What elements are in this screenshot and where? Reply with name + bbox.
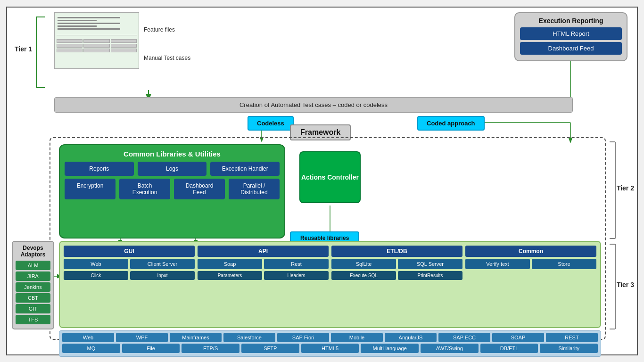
web-button[interactable]: Web xyxy=(64,259,128,269)
sqlite-button[interactable]: SqlLite xyxy=(331,259,396,269)
mainframes-button[interactable]: Mainframes xyxy=(170,333,222,342)
table-cell xyxy=(111,39,137,43)
common-column: Common Verify text Store xyxy=(465,246,596,323)
client-server-button[interactable]: Client Server xyxy=(130,259,195,269)
api-sub-row-1: Soap Rest xyxy=(198,259,329,269)
tier1-area: Feature files Manual Test cases xyxy=(35,12,215,88)
common-header: Common xyxy=(465,246,596,257)
actions-controller-label: Actions Controller xyxy=(301,173,359,181)
mq-button[interactable]: MQ xyxy=(62,344,120,353)
cbt-button[interactable]: CBT xyxy=(16,293,50,303)
execute-sql-button[interactable]: Execute SQL xyxy=(331,271,396,280)
click-button[interactable]: Click xyxy=(64,271,128,280)
bottom-tech-row-2: MQ File FTP/S SFTP HTML5 Multi-language … xyxy=(62,344,598,353)
alm-button[interactable]: ALM xyxy=(16,261,50,270)
bottom-tech-row-1: Web WPF Mainframes Salesforce SAP Fiori … xyxy=(62,333,598,342)
exception-handler-button[interactable]: Exception Handler xyxy=(210,162,280,176)
logs-button[interactable]: Logs xyxy=(138,162,207,176)
libs-row-1: Reports Logs Exception Handler xyxy=(65,162,280,176)
doc-line-3 xyxy=(58,23,120,24)
input-button[interactable]: Input xyxy=(130,271,195,280)
common-libs-box: Common Libraries & Utilities Reports Log… xyxy=(59,144,285,239)
api-column: API Soap Rest Parameters Headers xyxy=(198,246,329,323)
main-container: Tier 1 Tier 2 Tier 3 Execution Reporting… xyxy=(6,7,638,355)
api-header: API xyxy=(198,246,329,257)
ftps-button[interactable]: FTP/S xyxy=(182,344,239,353)
gui-sub-row-1: Web Client Server xyxy=(64,259,195,269)
awtswing-button[interactable]: AWT/Swing xyxy=(421,344,479,353)
batch-execution-button[interactable]: Batch Execution xyxy=(119,179,170,199)
devops-adaptors-box: Devops Adaptors ALM JIRA Jenkins CBT GIT… xyxy=(12,241,54,329)
tier3-area: GUI Web Client Server Click Input API So… xyxy=(59,241,601,328)
tier3-label: Tier 3 xyxy=(617,281,634,288)
doc-line-5 xyxy=(58,28,120,30)
sap-ecc-button[interactable]: SAP ECC xyxy=(438,333,490,342)
doc-table-row-3 xyxy=(57,49,137,52)
salesforce-button[interactable]: Salesforce xyxy=(223,333,275,342)
etldb-column: ETL/DB SqlLite SQL Server Execute SQL Pr… xyxy=(331,246,462,323)
doc-line-1 xyxy=(58,17,120,18)
doc-line-2 xyxy=(58,20,97,21)
headers-button[interactable]: Headers xyxy=(264,271,329,280)
sap-fiori-button[interactable]: SAP Fiori xyxy=(277,333,329,342)
git-button[interactable]: GIT xyxy=(16,304,50,313)
print-results-button[interactable]: PrintResults xyxy=(398,271,462,280)
etldb-header: ETL/DB xyxy=(331,246,462,257)
html-report-button[interactable]: HTML Report xyxy=(520,27,622,40)
soap-tech-button[interactable]: SOAP xyxy=(492,333,544,342)
table-cell xyxy=(83,39,109,43)
table-cell xyxy=(83,49,109,52)
api-sub-row-2: Parameters Headers xyxy=(198,271,329,280)
parallel-distributed-button[interactable]: Parallel / Distributed xyxy=(229,179,280,199)
table-cell xyxy=(57,49,83,52)
tier2-label: Tier 2 xyxy=(617,184,634,192)
wpf-button[interactable]: WPF xyxy=(116,333,168,342)
mobile-button[interactable]: Mobile xyxy=(331,333,383,342)
codeless-button[interactable]: Codeless xyxy=(248,116,294,131)
table-cell xyxy=(111,44,137,48)
encryption-button[interactable]: Encryption xyxy=(65,179,116,199)
sql-server-button[interactable]: SQL Server xyxy=(398,259,462,269)
multilang-button[interactable]: Multi-language xyxy=(361,344,419,353)
angularjs-button[interactable]: AngularJS xyxy=(385,333,437,342)
similarity-button[interactable]: Similarity xyxy=(540,344,598,353)
exec-reporting-title: Execution Reporting xyxy=(520,17,622,25)
etldb-sub-row-2: Execute SQL PrintResults xyxy=(331,271,462,280)
reports-button[interactable]: Reports xyxy=(65,162,134,176)
gui-column: GUI Web Client Server Click Input xyxy=(64,246,195,323)
rest-tech-button[interactable]: REST xyxy=(546,333,598,342)
coded-approach-button[interactable]: Coded approach xyxy=(417,116,485,131)
dashboard-feed-lib-button[interactable]: Dashboard Feed xyxy=(174,179,225,199)
verify-text-button[interactable]: Verify text xyxy=(465,259,530,269)
etldb-sub-row-1: SqlLite SQL Server xyxy=(331,259,462,269)
html5-button[interactable]: HTML5 xyxy=(301,344,359,353)
common-libs-title: Common Libraries & Utilities xyxy=(65,150,280,158)
doc-table-row-2 xyxy=(57,44,137,48)
tier3-cols: GUI Web Client Server Click Input API So… xyxy=(64,246,596,323)
dashboard-feed-button[interactable]: Dashboard Feed xyxy=(520,42,622,55)
table-cell xyxy=(111,49,137,52)
store-button[interactable]: Store xyxy=(532,259,596,269)
libs-row-2: Encryption Batch Execution Dashboard Fee… xyxy=(65,179,280,199)
gui-sub-row-2: Click Input xyxy=(64,271,195,280)
bottom-tech-area: Web WPF Mainframes Salesforce SAP Fiori … xyxy=(59,330,601,357)
table-cell xyxy=(57,39,83,43)
feature-files-label: Feature files xyxy=(144,26,175,33)
table-cell xyxy=(57,44,83,48)
sftp-button[interactable]: SFTP xyxy=(241,344,299,353)
doc-lines xyxy=(55,13,139,34)
exec-reporting-box: Execution Reporting HTML Report Dashboar… xyxy=(514,12,627,61)
tier1-label: Tier 1 xyxy=(15,45,32,53)
rest-button[interactable]: Rest xyxy=(264,259,329,269)
tfs-button[interactable]: TFS xyxy=(16,315,50,324)
dbetl-button[interactable]: DB/ETL xyxy=(480,344,538,353)
manual-test-label: Manual Test cases xyxy=(144,55,190,61)
doc-line-4 xyxy=(58,25,97,27)
gui-header: GUI xyxy=(64,246,195,257)
jira-button[interactable]: JIRA xyxy=(16,272,50,281)
soap-button[interactable]: Soap xyxy=(198,259,262,269)
file-button[interactable]: File xyxy=(122,344,180,353)
parameters-button[interactable]: Parameters xyxy=(198,271,262,280)
web-tech-button[interactable]: Web xyxy=(62,333,114,342)
jenkins-button[interactable]: Jenkins xyxy=(16,282,50,292)
